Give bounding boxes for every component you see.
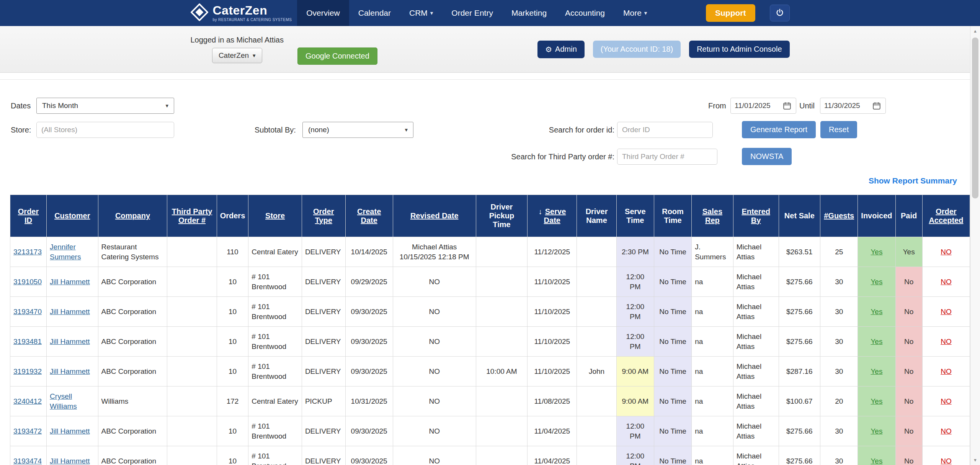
order_accepted-link[interactable]: NO <box>941 278 952 286</box>
order_id-link[interactable]: 3213173 <box>13 248 42 256</box>
customer-link[interactable]: Jill Hammett <box>50 278 90 286</box>
customer-link[interactable]: Jill Hammett <box>50 308 90 316</box>
column-header-company[interactable]: Company <box>98 195 167 237</box>
order_accepted-link[interactable]: NO <box>941 337 952 345</box>
column-header-sales-rep[interactable]: Sales Rep <box>692 195 733 237</box>
cell-create_date: 09/30/2025 <box>345 446 393 465</box>
column-header-order-id[interactable]: Order ID <box>10 195 47 237</box>
order_accepted-link[interactable]: NO <box>941 248 952 256</box>
generate-report-button[interactable]: Generate Report <box>742 121 816 138</box>
account-dropdown-label: CaterZen <box>219 51 249 60</box>
account-id-button[interactable]: (Your Account ID: 18) <box>593 41 681 58</box>
invoiced-link[interactable]: Yes <box>871 337 882 345</box>
calendar-icon[interactable] <box>869 98 885 113</box>
cell-store: # 101 Brentwood <box>248 267 302 297</box>
column-header-store[interactable]: Store <box>248 195 302 237</box>
admin-button[interactable]: ⚙ Admin <box>537 41 585 58</box>
cell-serve_date: 11/10/2025 <box>528 267 577 297</box>
column-header-create-date[interactable]: Create Date <box>345 195 393 237</box>
vertical-scrollbar[interactable]: ▲ ▼ <box>970 26 980 465</box>
table-body: 3213173Jennifer SummersRestaurant Cateri… <box>10 237 970 465</box>
order_id-link[interactable]: 3193472 <box>13 427 42 435</box>
store-input[interactable] <box>36 122 174 138</box>
order_accepted-link[interactable]: NO <box>941 308 952 316</box>
order_id-link[interactable]: 3191050 <box>13 278 42 286</box>
nav-item-label: CRM <box>409 8 428 18</box>
order_accepted-link[interactable]: NO <box>941 457 952 465</box>
subtotal-select[interactable]: (none) ▾ <box>302 122 413 138</box>
column-header-order-type[interactable]: Order Type <box>302 195 345 237</box>
invoiced-link[interactable]: Yes <box>871 457 882 465</box>
column-header-entered-by[interactable]: Entered By <box>733 195 779 237</box>
dates-select[interactable]: This Month ▾ <box>36 98 174 114</box>
order_id-link[interactable]: 3193481 <box>13 337 42 345</box>
nav-item-more[interactable]: More▾ <box>614 0 656 26</box>
show-report-summary-link[interactable]: Show Report Summary <box>869 176 957 185</box>
reset-button[interactable]: Reset <box>820 121 857 138</box>
google-connected-button[interactable]: Google Connected <box>297 47 377 65</box>
support-button[interactable]: Support <box>706 4 755 22</box>
order_id-link[interactable]: 3191932 <box>13 367 42 375</box>
nav-item-marketing[interactable]: Marketing <box>502 0 556 26</box>
column-header-serve-date[interactable]: ↓ Serve Date <box>528 195 577 237</box>
scrollbar-up-arrow[interactable]: ▲ <box>970 26 980 36</box>
invoiced-link[interactable]: Yes <box>871 397 882 405</box>
third-party-search-input[interactable] <box>617 149 717 165</box>
cell-serve_time: 12:00 PM <box>616 267 654 297</box>
column-header-order-accepted[interactable]: Order Accepted <box>922 195 970 237</box>
scrollbar-thumb[interactable] <box>972 38 978 198</box>
cell-third_party <box>167 297 217 327</box>
cell-order_id: 3193474 <box>10 446 47 465</box>
account-dropdown-button[interactable]: CaterZen ▾ <box>212 48 262 63</box>
nowsta-button[interactable]: NOWSTA <box>742 148 792 165</box>
cell-serve_date: 11/04/2025 <box>528 446 577 465</box>
nav-item-order-entry[interactable]: Order Entry <box>442 0 502 26</box>
logout-power-button[interactable] <box>770 5 790 21</box>
cell-sales_rep: na <box>692 267 733 297</box>
invoiced-link[interactable]: Yes <box>871 427 882 435</box>
customer-link[interactable]: Jill Hammett <box>50 367 90 375</box>
nav-item-label: Accounting <box>565 8 605 18</box>
cell-customer: Jennifer Summers <box>47 237 98 267</box>
invoiced-link[interactable]: Yes <box>871 278 882 286</box>
cell-net_sale: $275.66 <box>779 297 820 327</box>
until-date-input[interactable] <box>820 98 869 113</box>
customer-link[interactable]: Jill Hammett <box>50 337 90 345</box>
column-header-customer[interactable]: Customer <box>47 195 98 237</box>
return-admin-console-button[interactable]: Return to Admin Console <box>689 41 789 58</box>
column-header-revised-date[interactable]: Revised Date <box>393 195 476 237</box>
order_accepted-link[interactable]: NO <box>941 367 952 375</box>
invoiced-link[interactable]: Yes <box>871 367 882 375</box>
invoiced-link[interactable]: Yes <box>871 248 882 256</box>
order_id-link[interactable]: 3193474 <box>13 457 42 465</box>
cell-customer: Jill Hammett <box>47 327 98 357</box>
nav-item-calendar[interactable]: Calendar <box>349 0 400 26</box>
customer-link[interactable]: Jennifer Summers <box>50 243 81 260</box>
nav-item-overview[interactable]: Overview <box>297 0 349 26</box>
cell-paid: No <box>895 446 922 465</box>
logged-in-text: Logged in as Michael Attias <box>191 36 284 44</box>
from-date-input[interactable] <box>731 98 779 113</box>
cell-sales_rep: na <box>692 297 733 327</box>
customer-link[interactable]: Jill Hammett <box>50 427 90 435</box>
scrollbar-down-arrow[interactable]: ▼ <box>970 455 980 465</box>
order-id-search-input[interactable] <box>617 122 713 138</box>
nav-item-crm[interactable]: CRM▾ <box>400 0 442 26</box>
nav-item-accounting[interactable]: Accounting <box>556 0 614 26</box>
customer-link[interactable]: Jill Hammett <box>50 457 90 465</box>
cell-serve_date: 11/04/2025 <box>528 416 577 446</box>
cell-driver_name <box>577 416 616 446</box>
invoiced-link[interactable]: Yes <box>871 308 882 316</box>
cell-serve_time: 9:00 AM <box>616 386 654 416</box>
calendar-icon[interactable] <box>779 98 795 113</box>
order_id-link[interactable]: 3193470 <box>13 308 42 316</box>
customer-link[interactable]: Crysell Williams <box>50 392 77 410</box>
order_accepted-link[interactable]: NO <box>941 427 952 435</box>
order_id-link[interactable]: 3240412 <box>13 397 42 405</box>
column-header--guests[interactable]: #Guests <box>820 195 858 237</box>
cell-invoiced: Yes <box>858 446 895 465</box>
caterzen-logo[interactable]: CaterZen by RESTAURANT & CATERING SYSTEM… <box>191 0 292 26</box>
order_accepted-link[interactable]: NO <box>941 397 952 405</box>
column-header-third-party-order-[interactable]: Third Party Order # <box>167 195 217 237</box>
cell-invoiced: Yes <box>858 267 895 297</box>
